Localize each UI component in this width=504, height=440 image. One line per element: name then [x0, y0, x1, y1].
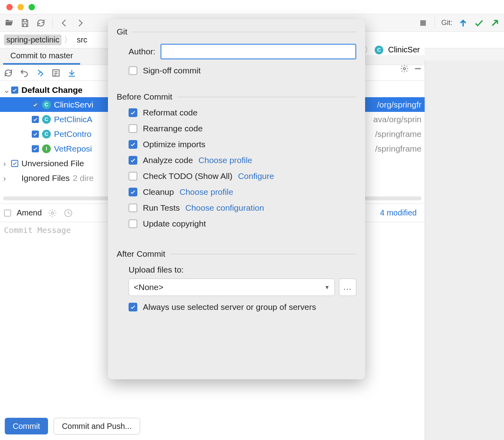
close-window-icon[interactable]	[6, 4, 13, 10]
minimize-window-icon[interactable]	[17, 4, 24, 10]
section-label: Git	[117, 27, 127, 37]
checkbox[interactable]	[32, 145, 39, 152]
breadcrumb-item[interactable]: src	[74, 35, 90, 45]
option-label: Reformat code	[143, 108, 198, 117]
always-use-server-checkbox[interactable]	[129, 303, 137, 311]
chevron-right-icon: 〉	[64, 35, 72, 45]
signoff-checkbox[interactable]	[129, 66, 137, 75]
forward-icon[interactable]	[75, 18, 85, 28]
option-label: Check TODO (Show All)	[143, 171, 233, 181]
button-label: Commit and Push...	[62, 422, 132, 431]
back-icon[interactable]	[59, 18, 69, 28]
interface-icon: I	[42, 144, 51, 153]
amend-label: Amend	[17, 208, 42, 217]
option-label: Analyze code	[143, 156, 193, 165]
option-link[interactable]: Configure	[238, 171, 274, 181]
chevron-right-icon: ›	[3, 171, 8, 186]
option-checkbox[interactable]	[129, 140, 137, 149]
option-checkbox[interactable]	[129, 172, 137, 181]
checkbox[interactable]	[11, 160, 18, 167]
upload-select[interactable]: <None> ▼	[129, 279, 335, 296]
option-link[interactable]: Choose profile	[179, 187, 233, 197]
checkbox[interactable]	[32, 116, 39, 123]
section-label: Before Commit	[117, 92, 172, 102]
breadcrumb-item[interactable]: ClinicSer	[386, 44, 422, 55]
minimize-panel-icon[interactable]	[414, 64, 422, 75]
rollback-icon[interactable]	[19, 68, 29, 78]
option-label: Optimize imports	[143, 140, 206, 149]
open-icon[interactable]	[4, 18, 14, 28]
author-input[interactable]	[160, 44, 356, 60]
option-checkbox[interactable]	[129, 124, 137, 133]
breadcrumb-item[interactable]: spring-petclinic	[4, 35, 62, 45]
checkbox[interactable]	[32, 131, 39, 138]
before-commit-option: Update copyright	[129, 219, 356, 229]
gear-icon[interactable]	[47, 208, 58, 218]
git-label: Git:	[441, 19, 452, 27]
option-checkbox[interactable]	[129, 108, 137, 117]
section-label: After Commit	[117, 249, 165, 259]
before-commit-option: Analyze code Choose profile	[129, 156, 356, 165]
option-checkbox[interactable]	[129, 204, 137, 212]
editor-gutter	[425, 60, 504, 440]
option-link[interactable]: Choose configuration	[185, 203, 264, 213]
file-path: /springframe	[375, 127, 421, 142]
before-commit-header: Before Commit	[117, 92, 356, 102]
checkbox[interactable]	[32, 101, 39, 108]
file-name: VetReposi	[54, 141, 92, 156]
svg-point-1	[403, 67, 406, 70]
file-name: PetClinicA	[54, 112, 92, 127]
option-label: Cleanup	[143, 187, 174, 197]
button-label: ...	[343, 283, 352, 292]
option-checkbox[interactable]	[129, 188, 137, 196]
chevron-down-icon: ⌄	[3, 83, 8, 98]
push-icon[interactable]	[490, 18, 500, 28]
diff-icon[interactable]	[35, 68, 45, 78]
update-icon[interactable]	[458, 18, 468, 28]
amend-checkbox[interactable]	[4, 209, 11, 217]
changelist-icon[interactable]	[51, 68, 61, 78]
browse-button[interactable]: ...	[339, 279, 356, 296]
author-label: Author:	[129, 47, 156, 56]
commit-button[interactable]: Commit	[5, 418, 48, 434]
tab-commit[interactable]: Commit to master	[3, 48, 80, 65]
gear-icon[interactable]	[400, 64, 409, 75]
file-name: ClinicServi	[54, 97, 93, 112]
file-path: /org/springfr	[377, 97, 421, 112]
option-label: Run Tests	[143, 203, 180, 213]
select-value: <None>	[134, 282, 164, 292]
class-icon: C	[42, 130, 51, 138]
option-checkbox[interactable]	[129, 156, 137, 165]
svg-rect-0	[420, 20, 426, 26]
maximize-window-icon[interactable]	[29, 4, 35, 10]
shelve-icon[interactable]	[67, 68, 77, 78]
signoff-label: Sign-off commit	[143, 66, 201, 75]
stop-icon[interactable]	[418, 18, 428, 28]
after-commit-header: After Commit	[117, 249, 356, 259]
class-icon: C	[42, 115, 51, 124]
refresh-icon[interactable]	[3, 68, 13, 78]
window-titlebar	[0, 0, 504, 14]
chevron-down-icon: ▼	[324, 284, 330, 290]
option-checkbox[interactable]	[129, 219, 137, 228]
file-name: PetContro	[54, 127, 92, 142]
modified-count[interactable]: 4 modified	[380, 208, 417, 217]
history-icon[interactable]	[63, 208, 73, 218]
commit-options-popover: Git Author: Sign-off commit Before Commi…	[108, 19, 365, 379]
option-link[interactable]: Choose profile	[198, 156, 252, 165]
commit-check-icon[interactable]	[474, 18, 484, 28]
button-label: Commit	[13, 422, 40, 431]
before-commit-option: Optimize imports	[129, 140, 356, 149]
option-label: Update copyright	[143, 219, 206, 229]
save-icon[interactable]	[20, 18, 30, 28]
file-path: /springframe	[375, 141, 421, 156]
tab-label: Commit to master	[10, 51, 73, 60]
refresh-icon[interactable]	[36, 18, 46, 28]
ignored-count: 2 dire	[73, 171, 94, 186]
commit-message-placeholder: Commit Message	[4, 225, 71, 235]
unversioned-label: Unversioned File	[21, 156, 84, 171]
checkbox[interactable]	[11, 86, 18, 94]
commit-and-push-button[interactable]: Commit and Push...	[54, 418, 140, 434]
option-label: Rearrange code	[143, 124, 203, 133]
before-commit-option: Reformat code	[129, 108, 356, 117]
